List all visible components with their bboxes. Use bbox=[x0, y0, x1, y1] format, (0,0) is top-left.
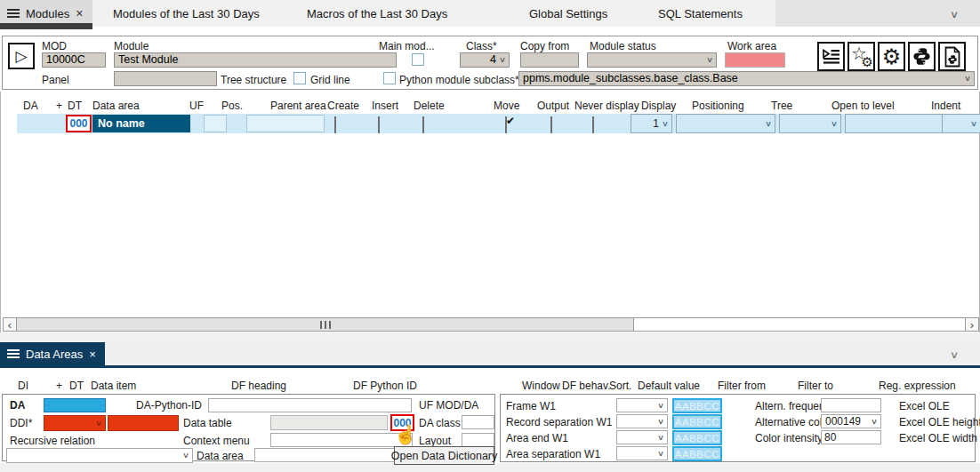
python-file-button[interactable] bbox=[938, 42, 966, 71]
macro-settings-button[interactable]: ☆ ⚙ bbox=[847, 42, 875, 71]
chevron-down-icon: ∨ bbox=[657, 402, 664, 410]
col-header-reg-expression[interactable]: Reg. expression bbox=[879, 380, 956, 392]
close-icon[interactable]: × bbox=[89, 348, 96, 361]
module-name-field[interactable]: Test Module bbox=[114, 52, 397, 68]
frame-w1-color-field[interactable]: AABBCC bbox=[672, 398, 722, 413]
col-header-uf[interactable]: UF bbox=[189, 100, 204, 112]
alternative-color-value: 000149 bbox=[825, 415, 861, 428]
frame-w1-select[interactable]: ∨ bbox=[616, 398, 668, 412]
never-display-checkbox[interactable] bbox=[592, 116, 594, 133]
module-status-select[interactable]: ∨ bbox=[587, 52, 717, 68]
col-header-insert[interactable]: Insert bbox=[372, 100, 398, 112]
scroll-right-arrow[interactable]: › bbox=[965, 318, 978, 331]
area-separation-w1-color-field[interactable]: AABBCC bbox=[672, 446, 722, 461]
parent-area-cell[interactable] bbox=[246, 115, 325, 132]
col-header-delete[interactable]: Delete bbox=[414, 100, 445, 112]
run-list-button[interactable] bbox=[817, 42, 845, 71]
col-header-plus[interactable]: + bbox=[56, 100, 62, 112]
col-header-dt[interactable]: DT bbox=[69, 380, 84, 392]
da-python-id-field[interactable] bbox=[208, 398, 412, 412]
ddi-select[interactable]: ∨ bbox=[44, 415, 106, 431]
area-end-w1-select[interactable]: ∨ bbox=[616, 430, 668, 444]
output-checkbox[interactable] bbox=[550, 116, 552, 133]
col-header-parent-area[interactable]: Parent area bbox=[270, 100, 326, 112]
scroll-left-arrow[interactable]: ‹ bbox=[4, 318, 17, 331]
col-header-data-item[interactable]: Data item bbox=[91, 380, 136, 392]
display-select[interactable]: 1 ∨ bbox=[631, 114, 672, 133]
col-header-never-display[interactable]: Never display bbox=[574, 100, 639, 112]
grid-line-checkbox[interactable] bbox=[293, 72, 306, 84]
col-header-filter-from[interactable]: Filter from bbox=[718, 380, 766, 392]
data-area-field[interactable] bbox=[254, 448, 413, 462]
col-header-positioning[interactable]: Positioning bbox=[692, 100, 744, 112]
indent-select[interactable]: ∨ bbox=[942, 114, 980, 133]
col-header-filter-to[interactable]: Filter to bbox=[798, 380, 833, 392]
chevron-down-icon[interactable]: ∨ bbox=[950, 9, 959, 19]
insert-checkbox[interactable] bbox=[378, 116, 380, 133]
col-header-window[interactable]: Window bbox=[522, 380, 560, 392]
panel-field[interactable] bbox=[114, 71, 217, 86]
altern-frequency-field[interactable] bbox=[821, 398, 881, 412]
delete-checkbox[interactable] bbox=[422, 116, 424, 133]
col-header-indent[interactable]: Indent bbox=[931, 100, 960, 112]
col-header-sort[interactable]: Sort. bbox=[609, 380, 631, 392]
menu-icon[interactable] bbox=[7, 348, 20, 360]
python-button[interactable] bbox=[908, 42, 936, 71]
tab-global-settings[interactable]: Global Settings bbox=[529, 7, 607, 20]
context-menu-field[interactable] bbox=[270, 433, 413, 447]
col-header-dt[interactable]: DT bbox=[68, 100, 82, 112]
col-header-tree[interactable]: Tree bbox=[771, 100, 792, 112]
tab-sql-statements[interactable]: SQL Statements bbox=[658, 7, 743, 20]
col-header-di[interactable]: DI bbox=[18, 380, 28, 392]
close-icon[interactable]: × bbox=[76, 6, 83, 20]
record-separation-w1-color-field[interactable]: AABBCC bbox=[672, 414, 722, 429]
move-checkbox[interactable]: ✔ bbox=[505, 116, 507, 133]
col-header-default-value[interactable]: Default value bbox=[638, 380, 700, 392]
data-table-field[interactable] bbox=[270, 415, 388, 430]
col-header-df-behav[interactable]: DF behav. bbox=[562, 380, 610, 392]
pos-cell[interactable] bbox=[204, 115, 227, 132]
layout-field[interactable] bbox=[462, 433, 494, 447]
work-area-field[interactable] bbox=[725, 52, 785, 68]
da-class-field[interactable] bbox=[462, 415, 494, 429]
chevron-down-icon[interactable]: ∨ bbox=[950, 349, 959, 359]
da-field[interactable] bbox=[44, 398, 106, 412]
ddi-field[interactable] bbox=[108, 415, 179, 431]
data-area-name-cell[interactable]: No name bbox=[92, 115, 190, 132]
col-header-display[interactable]: Display bbox=[641, 100, 676, 112]
dt-cell-badge[interactable]: 000 bbox=[66, 115, 92, 132]
col-header-move[interactable]: Move bbox=[494, 100, 519, 112]
tree-select[interactable]: ∨ bbox=[779, 114, 841, 133]
area-end-w1-color-field[interactable]: AABBCC bbox=[672, 430, 722, 445]
alternative-color-select[interactable]: 000149 ∨ bbox=[821, 414, 881, 428]
python-subclass-select[interactable]: ppms.module_subclasses.base_class.Base ∨ bbox=[518, 71, 975, 86]
horizontal-scrollbar[interactable]: ‹ › bbox=[3, 317, 979, 332]
col-header-plus[interactable]: + bbox=[56, 380, 62, 392]
col-header-df-python-id[interactable]: DF Python ID bbox=[353, 380, 417, 392]
tab-modules-of-last-30-days[interactable]: Modules of the Last 30 Days bbox=[113, 7, 260, 20]
class-select[interactable]: 4 ∨ bbox=[460, 52, 510, 68]
run-button[interactable]: ▷ bbox=[8, 43, 35, 69]
menu-icon[interactable] bbox=[7, 7, 20, 20]
copy-from-field[interactable] bbox=[520, 52, 579, 68]
col-header-pos[interactable]: Pos. bbox=[221, 100, 243, 112]
main-mod-checkbox[interactable] bbox=[412, 53, 424, 66]
settings-button[interactable]: ⚙ bbox=[878, 42, 905, 71]
scrollbar-thumb[interactable] bbox=[17, 318, 634, 331]
color-intensity-w1-field[interactable]: 80 bbox=[821, 430, 881, 444]
mod-field[interactable]: 10000C bbox=[42, 52, 106, 68]
positioning-select[interactable]: ∨ bbox=[676, 114, 775, 133]
col-header-output[interactable]: Output bbox=[537, 100, 569, 112]
col-header-create[interactable]: Create bbox=[327, 100, 359, 112]
col-header-da[interactable]: DA bbox=[23, 100, 38, 112]
record-separation-w1-select[interactable]: ∨ bbox=[616, 414, 668, 428]
col-header-data-area[interactable]: Data area bbox=[92, 100, 140, 112]
tab-macros-of-last-30-days[interactable]: Macros of the Last 30 Days bbox=[307, 7, 447, 20]
recursive-relation-select[interactable]: ∨ bbox=[6, 448, 193, 463]
tab-data-areas[interactable]: Data Areas × bbox=[0, 342, 105, 365]
create-checkbox[interactable] bbox=[334, 116, 336, 133]
col-header-open-to-level[interactable]: Open to level bbox=[831, 100, 895, 112]
python-subclass-checkbox[interactable] bbox=[383, 72, 396, 84]
col-header-df-heading[interactable]: DF heading bbox=[231, 380, 286, 392]
area-separation-w1-select[interactable]: ∨ bbox=[616, 446, 668, 460]
